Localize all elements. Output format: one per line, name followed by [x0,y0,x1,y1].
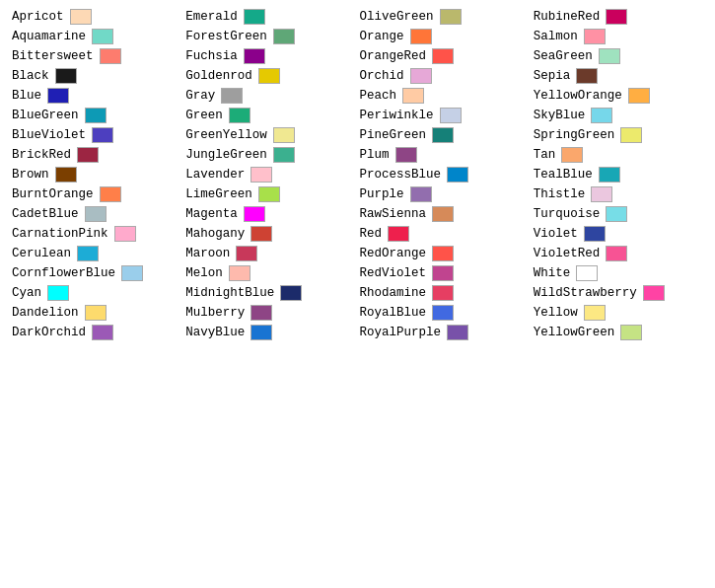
color-name-label: Brown [12,168,49,182]
color-name-label: Cyan [12,286,41,300]
color-swatch [114,226,136,242]
color-item: Black [10,67,183,85]
color-item: Aquamarine [10,28,183,45]
color-item: Emerald [183,8,357,26]
color-swatch [410,186,432,202]
color-name-label: Maroon [185,247,230,260]
color-name-label: RawSienna [360,207,427,221]
color-name-label: Lavender [185,168,245,182]
color-swatch [620,325,642,340]
color-name-label: OrangeRed [360,49,427,63]
color-item: NavyBlue [183,324,357,341]
color-item: Periwinkle [358,107,532,124]
color-name-label: Melon [185,266,223,280]
color-name-label: Thistle [534,187,586,201]
color-swatch [432,246,454,261]
color-item: RedOrange [358,245,532,262]
color-item: Magenta [183,205,357,223]
color-name-label: Green [185,109,223,122]
color-name-label: Sepia [534,69,571,83]
color-item: DarkOrchid [10,324,183,341]
color-item: RoyalPurple [358,324,532,341]
color-name-label: Orange [360,30,404,43]
color-swatch [77,147,99,163]
color-item: SeaGreen [532,47,705,65]
color-swatch [576,68,598,84]
color-item: SpringGreen [532,126,705,144]
color-swatch [92,325,113,340]
color-swatch [258,68,280,84]
color-item: CadetBlue [10,205,183,223]
color-item: BurntOrange [10,185,183,203]
color-swatch [229,265,250,281]
color-swatch [47,285,69,301]
color-item: YellowGreen [532,324,705,341]
color-swatch [395,147,417,163]
color-item: OliveGreen [358,8,532,26]
color-name-label: Magenta [185,207,238,221]
color-swatch [250,325,272,340]
color-name-label: Periwinkle [360,109,434,122]
color-name-label: Purple [360,187,404,201]
color-item: YellowOrange [532,87,705,105]
color-name-label: SeaGreen [534,49,593,63]
color-swatch [273,147,295,163]
color-item: Tan [532,146,705,164]
color-column-1: EmeraldForestGreenFuchsiaGoldenrodGrayGr… [183,8,357,341]
color-name-label: JungleGreen [185,148,267,162]
color-swatch [432,206,454,222]
color-name-label: CarnationPink [12,227,108,241]
color-name-label: Cerulean [12,247,71,260]
color-item: ForestGreen [183,28,357,45]
color-name-label: ProcessBlue [360,168,442,182]
color-item: Orchid [358,67,532,85]
color-swatch [561,147,583,163]
color-swatch [258,186,280,202]
color-item: Dandelion [10,304,183,322]
color-swatch [244,9,265,25]
color-item: MidnightBlue [183,284,357,302]
color-name-label: BrickRed [12,148,71,162]
color-item: PineGreen [358,126,532,144]
color-item: Sepia [532,67,705,85]
color-swatch [47,88,69,104]
color-swatch [77,246,99,261]
color-swatch [576,265,598,281]
color-column-3: RubineRedSalmonSeaGreenSepiaYellowOrange… [532,8,705,341]
color-item: BlueViolet [10,126,183,144]
color-item: Goldenrod [183,67,357,85]
color-name-label: ForestGreen [185,30,267,43]
color-name-label: Emerald [185,10,238,24]
color-name-label: YellowGreen [534,326,615,339]
color-grid: ApricotAquamarineBittersweetBlackBlueBlu… [10,8,705,341]
color-name-label: BlueViolet [12,128,86,142]
color-item: Lavender [183,166,357,184]
color-item: RubineRed [532,8,705,26]
color-swatch [432,305,454,321]
color-item: RedViolet [358,264,532,282]
color-item: Thistle [532,185,705,203]
color-name-label: Apricot [12,10,64,24]
color-name-label: Goldenrod [185,69,252,83]
color-name-label: Blue [12,89,41,103]
color-name-label: PineGreen [360,128,427,142]
color-name-label: Black [12,69,49,83]
color-item: TealBlue [532,166,705,184]
color-name-label: Dandelion [12,306,79,320]
color-item: GreenYellow [183,126,357,144]
color-swatch [606,206,627,222]
color-swatch [432,285,454,301]
color-swatch [402,88,424,104]
color-item: CornflowerBlue [10,264,183,282]
color-swatch [643,285,665,301]
color-item: Yellow [532,304,705,322]
color-item: OrangeRed [358,47,532,65]
color-name-label: Fuchsia [185,49,238,63]
color-swatch [447,167,468,183]
color-item: Maroon [183,245,357,262]
color-item: Orange [358,28,532,45]
color-name-label: Salmon [534,30,578,43]
color-item: WildStrawberry [532,284,705,302]
color-swatch [85,305,107,321]
color-swatch [599,167,620,183]
